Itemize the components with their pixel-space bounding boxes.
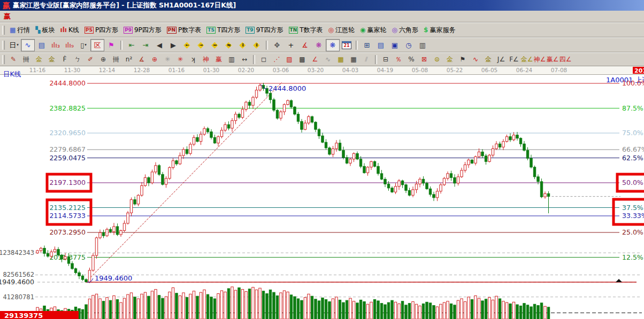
menu-item[interactable] xyxy=(37,15,48,18)
toolbar-button[interactable]: $ 赢家服务 xyxy=(421,24,458,36)
toolbar-icon-button[interactable]: ↕ xyxy=(236,39,250,51)
toolbar-icon-button[interactable]: ⚑ xyxy=(104,39,118,51)
kline-chart[interactable]: 11-1611-3012-1412-2801-1601-3002-2003-06… xyxy=(0,66,644,319)
menu-item[interactable] xyxy=(112,15,123,18)
toolbar-button[interactable]: TS T四方形 xyxy=(204,24,243,36)
toolbar-icon-button[interactable]: ◀ xyxy=(152,39,166,51)
toolbar-icon-button[interactable]: ▤ xyxy=(374,39,388,51)
toolbar-button[interactable]: ▚ 板块 xyxy=(33,24,57,36)
drawing-tool-button[interactable]: ✎ xyxy=(7,53,20,66)
toolbar-icon-button[interactable]: ◷ xyxy=(402,39,416,51)
trend-line[interactable] xyxy=(86,82,282,282)
drawing-tool-button[interactable]: ⫽ xyxy=(360,53,373,66)
menu-item[interactable] xyxy=(70,15,80,18)
menu-item[interactable] xyxy=(16,15,27,18)
drawing-tool-button[interactable]: F∠ xyxy=(508,53,520,66)
toolbar-icon-button[interactable]: ▥ xyxy=(416,39,430,51)
toolbar-button[interactable]: T9 9T四方形 xyxy=(243,24,286,36)
menu-item[interactable] xyxy=(59,15,70,18)
drawing-tool-button[interactable]: Ḟ xyxy=(58,53,71,66)
toolbar-icon-button[interactable]: ❋ xyxy=(312,39,326,51)
toolbar-button[interactable]: P9 9P四方形 xyxy=(121,24,164,36)
drawing-tool-button[interactable]: ▨ xyxy=(283,53,296,66)
toolbar-icon-button[interactable]: ▤ xyxy=(35,39,49,51)
toolbar-grip[interactable] xyxy=(2,26,5,35)
toolbar-grip[interactable] xyxy=(2,41,5,50)
toolbar-icon-button[interactable]: 21 xyxy=(340,39,354,51)
drawing-tool-button[interactable]: ∿ xyxy=(321,53,334,66)
drawing-tool-button[interactable]: ∠ xyxy=(309,53,321,66)
drawing-tool-button[interactable]: n² xyxy=(122,53,135,66)
toolbar-icon-button[interactable]: ▣ xyxy=(388,39,402,51)
drawing-tool-button[interactable]: 神∠ xyxy=(533,53,546,66)
menu-item[interactable] xyxy=(48,15,59,18)
drawing-tool-button[interactable]: ʞ xyxy=(187,53,200,66)
drawing-tool-button[interactable]: 赢∠ xyxy=(546,53,559,66)
menu-item[interactable] xyxy=(27,15,37,18)
menu-item[interactable] xyxy=(102,15,112,18)
toolbar-icon-button[interactable]: ∡ xyxy=(298,39,312,51)
drawing-tool-button[interactable]: ▦ xyxy=(347,53,360,66)
toolbar-button[interactable]: ◉ 赢家轮 xyxy=(357,24,389,36)
drawing-tool-button[interactable]: ◻ xyxy=(257,53,270,66)
drawing-tool-button[interactable]: ⊕ xyxy=(148,53,161,66)
drawing-tool-button[interactable]: ⋰ xyxy=(270,53,283,66)
drawing-tool-button[interactable]: ✐ xyxy=(84,53,97,66)
toolbar-icon-button[interactable]: 日 ▾ xyxy=(7,39,21,51)
drawing-tool-button[interactable]: 金 xyxy=(45,53,58,66)
drawing-tool-button[interactable]: ▩ xyxy=(296,53,309,66)
toolbar-button[interactable]: ◎ 江恩轮 xyxy=(326,24,357,36)
toolbar-button[interactable]: PS P四方形 xyxy=(82,24,121,36)
toolbar-icon-button[interactable]: ⇕ xyxy=(250,39,264,51)
drawing-tool-button[interactable]: 金∠ xyxy=(520,53,533,66)
toolbar-icon-button[interactable]: ▶ xyxy=(166,39,180,51)
drawing-tool-button[interactable]: 卌 xyxy=(20,53,33,66)
drawing-tool-button[interactable]: ⊟ xyxy=(379,53,392,66)
drawing-tool-button[interactable]: ⊜ xyxy=(431,53,443,66)
toolbar-icon-button[interactable]: ∿ xyxy=(21,39,35,51)
titlebar[interactable]: 赢 赢家江恩专业版[赢家内部服务平台] - [上证指数 SH1A0001-167… xyxy=(0,0,644,11)
drawing-tool-button[interactable]: 四∠ xyxy=(559,53,572,66)
toolbar-icon-button[interactable]: 区 xyxy=(90,39,104,51)
toolbar-icon-button[interactable]: ← xyxy=(180,39,194,51)
drawing-tool-button[interactable]: % xyxy=(405,53,418,66)
toolbar-button[interactable]: TN T数字表 xyxy=(286,24,326,36)
toolbar-icon-button[interactable]: ⇤ xyxy=(125,39,139,51)
toolbar-icon-button[interactable]: ✥ xyxy=(270,39,284,51)
menu-item[interactable] xyxy=(80,15,91,18)
toolbar-icon-button[interactable]: ⇆ xyxy=(222,39,236,51)
drawing-tool-button[interactable]: ∿ xyxy=(469,53,482,66)
drawing-tool-button[interactable]: J∠ xyxy=(495,53,508,66)
toolbar-icon-button[interactable]: + xyxy=(284,39,298,51)
toolbar-button[interactable]: PN P数字表 xyxy=(164,24,204,36)
drawing-tool-button[interactable]: 赢 xyxy=(212,53,225,66)
toolbar-grip[interactable] xyxy=(2,55,5,64)
toolbar-icon-button[interactable]: ⇥ xyxy=(139,39,152,51)
toolbar-icon-button[interactable]: ılı₉ xyxy=(63,39,76,51)
drawing-tool-button[interactable]: ⚑ xyxy=(456,53,469,66)
toolbar-button[interactable]: ▦ 行情 xyxy=(7,24,33,36)
drawing-tool-button[interactable]: ⊠ xyxy=(418,53,431,66)
drawing-tool-button[interactable]: ↔ xyxy=(238,53,251,66)
toolbar-icon-button[interactable]: ⊞ xyxy=(360,39,374,51)
drawing-tool-button[interactable]: 卌 xyxy=(110,53,122,66)
drawing-tool-button[interactable]: ▥ xyxy=(225,53,238,66)
toolbar-icon-button[interactable]: ↔ xyxy=(208,39,222,51)
toolbar-icon-button[interactable]: ▯ ▾ xyxy=(76,39,90,51)
toolbar-icon-button[interactable]: ılı₃ xyxy=(49,39,63,51)
drawing-tool-button[interactable]: 金 xyxy=(33,53,45,66)
drawing-tool-button[interactable]: ％ xyxy=(392,53,405,66)
drawing-tool-button[interactable]: ✳ xyxy=(174,53,187,66)
toolbar-button[interactable]: ◎ 六角形 xyxy=(389,24,421,36)
drawing-tool-button[interactable]: 金 xyxy=(443,53,456,66)
drawing-tool-button[interactable]: ㄅ xyxy=(71,53,84,66)
toolbar-button[interactable]: ılı K线 xyxy=(58,24,82,36)
toolbar-icon-button[interactable]: → xyxy=(194,39,208,51)
drawing-tool-button[interactable]: 神 xyxy=(200,53,212,66)
drawing-tool-button[interactable]: ∡ xyxy=(135,53,148,66)
menu-item[interactable] xyxy=(91,15,102,18)
drawing-tool-button[interactable]: 金 xyxy=(482,53,495,66)
drawing-tool-button[interactable]: ⊕ xyxy=(97,53,110,66)
toolbar-icon-button[interactable]: ❋ xyxy=(326,39,340,51)
drawing-tool-button[interactable]: ▦ xyxy=(334,53,347,66)
